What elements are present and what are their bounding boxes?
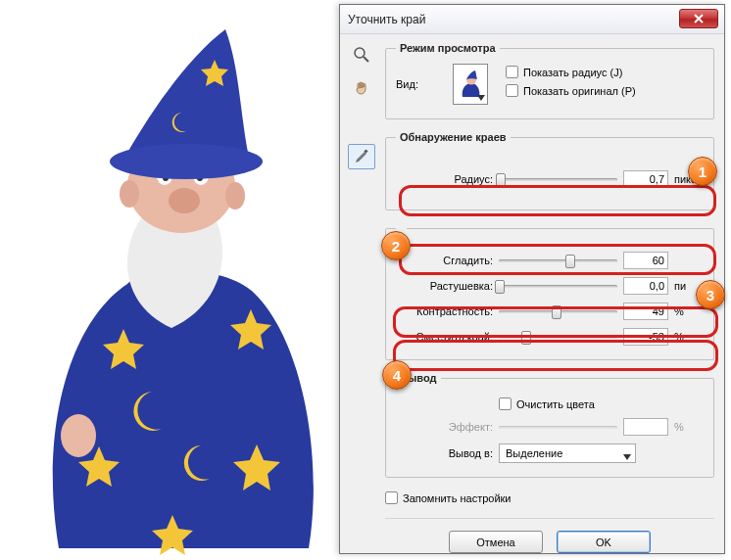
output-to-value: Выделение [506,447,562,459]
feather-slider[interactable] [499,277,617,295]
row-radius: Радиус: пикс. [396,170,704,188]
brush-tool[interactable] [348,144,375,169]
remember-label: Запомнить настройки [403,492,512,504]
zoom-icon [353,46,370,64]
fieldset-output: Вывод Очистить цвета Эффект: % Вывод в: [385,372,714,478]
feather-label: Растушевка: [396,280,499,292]
titlebar[interactable]: Уточнить край [340,5,724,34]
svg-line-11 [364,57,368,62]
effect-input [623,418,668,436]
legend-view-mode: Режим просмотра [396,42,500,54]
brush-icon [353,148,370,165]
legend-edge-detection: Обнаружение краев [396,131,511,143]
svg-point-8 [110,144,263,179]
row-shift-edge: Сместить край: % [396,328,704,346]
chevron-down-icon [476,93,486,103]
svg-point-10 [355,48,365,58]
svg-point-1 [169,188,200,213]
radius-slider[interactable] [499,170,617,188]
divider [385,518,714,519]
callout-4: 4 [382,360,412,390]
shift-edge-input[interactable] [623,328,668,346]
shift-unit: % [668,331,704,343]
view-thumbnail-picker[interactable] [453,64,488,105]
checkbox-show-radius[interactable]: Показать радиус (J) [506,66,636,78]
checkbox-show-original[interactable]: Показать оригинал (P) [506,84,636,97]
effect-slider [499,418,617,436]
row-smooth: Сгладить: [396,252,704,269]
fieldset-view-mode: Режим просмотра Вид: Показат [385,42,714,119]
callout-2: 2 [381,231,411,260]
callout-1: 1 [688,157,717,186]
row-contrast: Контрастность: % [396,303,704,320]
shift-label: Сместить край: [396,331,499,343]
contrast-label: Контрастность: [396,305,499,317]
feather-input[interactable] [623,277,668,295]
output-to-select[interactable]: Выделение [499,443,636,463]
contrast-unit: % [668,305,704,317]
wizard-image [0,0,339,560]
radius-label: Радиус: [396,173,499,185]
show-original-label: Показать оригинал (P) [523,85,636,97]
cancel-button[interactable]: Отмена [449,531,543,553]
output-to-label: Вывод в: [396,447,499,459]
ok-button[interactable]: OK [557,531,651,553]
cleanup-colors-label: Очистить цвета [516,398,595,410]
smooth-input[interactable] [623,252,668,269]
smooth-label: Сгладить: [396,255,499,266]
effect-label: Эффект: [396,421,499,433]
row-feather: Растушевка: пи [396,277,704,295]
dialog-title: Уточнить край [348,13,425,26]
contrast-input[interactable] [623,303,668,320]
checkbox-remember-settings[interactable]: Запомнить настройки [385,491,512,504]
svg-point-7 [225,182,245,210]
radius-input[interactable] [623,170,668,188]
fieldset-edge-detection: Обнаружение краев Радиус: пикс. [385,131,714,210]
effect-unit: % [668,421,704,433]
canvas-preview [0,0,339,560]
zoom-tool[interactable] [348,42,375,68]
svg-point-6 [120,180,139,208]
view-label: Вид: [396,78,445,90]
checkbox-cleanup-colors[interactable]: Очистить цвета [499,397,595,410]
close-icon [694,14,704,23]
shift-edge-slider[interactable] [499,328,617,346]
close-button[interactable] [679,9,718,28]
callout-3: 3 [696,280,725,309]
hand-tool[interactable] [348,75,375,101]
row-effect: Эффект: % [396,418,704,436]
chevron-down-icon [623,450,631,462]
refine-edge-dialog: Уточнить край Режим [339,4,725,554]
svg-point-9 [61,414,96,457]
hand-icon [353,79,370,97]
fieldset-adjust-edge: Сгладить: Растушевка: пи Контрастность: [385,222,714,360]
row-output-to: Вывод в: Выделение [396,443,704,463]
smooth-slider[interactable] [499,252,617,269]
show-radius-label: Показать радиус (J) [523,67,622,78]
contrast-slider[interactable] [499,303,617,320]
